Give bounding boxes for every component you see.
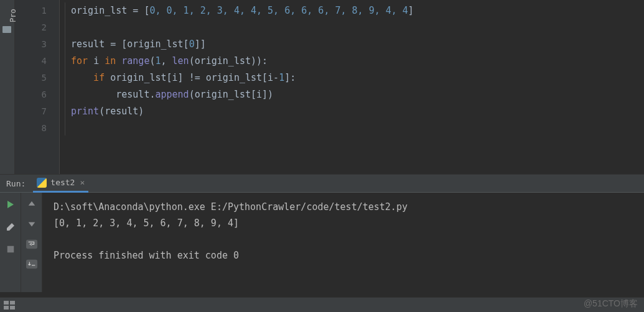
- run-tab-label: test2: [50, 178, 75, 187]
- number: 1: [279, 72, 284, 83]
- run-panel: D:\soft\Anaconda\python.exe E:/PythonCra…: [0, 193, 644, 292]
- svg-rect-4: [10, 301, 15, 305]
- close-icon[interactable]: ×: [80, 178, 85, 187]
- code-line[interactable]: result = [origin_lst[0]]: [71, 36, 644, 53]
- svg-rect-2: [26, 260, 37, 268]
- expression: origin_lst[i] != origin_lst[i-: [110, 72, 279, 83]
- folder-icon[interactable]: [2, 26, 11, 33]
- line-number[interactable]: 7: [15, 103, 59, 120]
- number-list: 0, 0, 1, 2, 3, 4, 4, 5, 6, 6, 6, 7, 8, 9…: [149, 5, 408, 16]
- bracket: ]:: [284, 72, 296, 83]
- comma: ,: [161, 55, 172, 67]
- python-icon: [37, 178, 47, 188]
- code-line[interactable]: if origin_lst[i] != origin_lst[i-1]:: [71, 70, 644, 86]
- bracket: ]: [408, 5, 414, 16]
- run-toolbar-secondary: [21, 193, 42, 292]
- run-toolbar-primary: [0, 193, 21, 292]
- operator: = [origin_lst[: [110, 39, 189, 50]
- line-number[interactable]: 3: [15, 36, 59, 53]
- line-number[interactable]: 8: [15, 120, 59, 137]
- bracket: ]]: [195, 39, 206, 50]
- keyword: for: [71, 55, 93, 67]
- code-line[interactable]: result.append(origin_lst[i]): [71, 86, 644, 103]
- code: (origin_lst[i]): [189, 89, 273, 100]
- edit-config-icon[interactable]: [5, 221, 16, 232]
- line-number[interactable]: 6: [15, 86, 59, 103]
- method: append: [155, 89, 189, 100]
- soft-wrap-icon[interactable]: [26, 239, 37, 250]
- output-line: [0, 1, 2, 3, 4, 5, 6, 7, 8, 9, 4]: [54, 215, 644, 231]
- code: (origin_lst)):: [189, 55, 268, 67]
- console-output[interactable]: D:\soft\Anaconda\python.exe E:/PythonCra…: [42, 193, 644, 292]
- code-line[interactable]: print(result): [71, 103, 644, 120]
- line-number[interactable]: 5: [15, 70, 59, 86]
- down-arrow-icon[interactable]: [26, 219, 37, 230]
- code-editor[interactable]: origin_lst = [0, 0, 1, 2, 3, 4, 4, 5, 6,…: [60, 0, 644, 174]
- run-label: Run:: [6, 179, 26, 188]
- svg-rect-6: [10, 306, 15, 310]
- keyword: if: [71, 72, 110, 83]
- run-tool-header: Run: test2 ×: [0, 174, 644, 193]
- output-line: Process finished with exit code 0: [54, 247, 644, 264]
- layout-switcher-icon[interactable]: [4, 301, 15, 310]
- keyword: in: [105, 55, 121, 67]
- scroll-to-end-icon[interactable]: [26, 259, 37, 270]
- code: (result): [99, 106, 144, 117]
- code-line[interactable]: for i in range(1, len(origin_lst)):: [71, 53, 644, 70]
- builtin: print: [71, 106, 99, 117]
- rerun-icon[interactable]: [5, 199, 16, 210]
- stop-icon[interactable]: [5, 244, 16, 255]
- line-number[interactable]: 4: [15, 53, 59, 70]
- number: 0: [189, 39, 195, 50]
- up-arrow-icon[interactable]: [26, 199, 37, 210]
- identifier: i: [93, 55, 105, 67]
- editor-pane: Pro 1 2 3 4 5 6 7 8 origin_lst = [0, 0, …: [0, 0, 644, 174]
- identifier: result.: [71, 89, 155, 100]
- line-number[interactable]: 2: [15, 19, 59, 36]
- identifier: result: [71, 39, 110, 50]
- builtin: range: [121, 55, 149, 67]
- svg-rect-5: [4, 306, 9, 310]
- code-line[interactable]: [71, 19, 644, 36]
- builtin: len: [172, 55, 189, 67]
- run-tab[interactable]: test2 ×: [33, 174, 88, 193]
- operator: = [: [133, 5, 149, 16]
- svg-rect-0: [7, 246, 14, 253]
- gutter: 1 2 3 4 5 6 7 8: [15, 0, 60, 174]
- line-number[interactable]: 1: [15, 2, 59, 19]
- code-line[interactable]: [71, 120, 644, 137]
- code-line[interactable]: origin_lst = [0, 0, 1, 2, 3, 4, 4, 5, 6,…: [71, 2, 644, 19]
- identifier: origin_lst: [71, 5, 133, 16]
- bottom-tool-bar: [0, 297, 644, 312]
- watermark: @51CTO博客: [584, 298, 638, 310]
- left-tool-window-bar[interactable]: Pro: [0, 0, 15, 174]
- indent-guide: [65, 2, 65, 135]
- output-line: D:\soft\Anaconda\python.exe E:/PythonCra…: [54, 199, 644, 215]
- number: 1: [155, 55, 161, 67]
- output-line: [54, 231, 644, 247]
- svg-rect-3: [4, 301, 9, 305]
